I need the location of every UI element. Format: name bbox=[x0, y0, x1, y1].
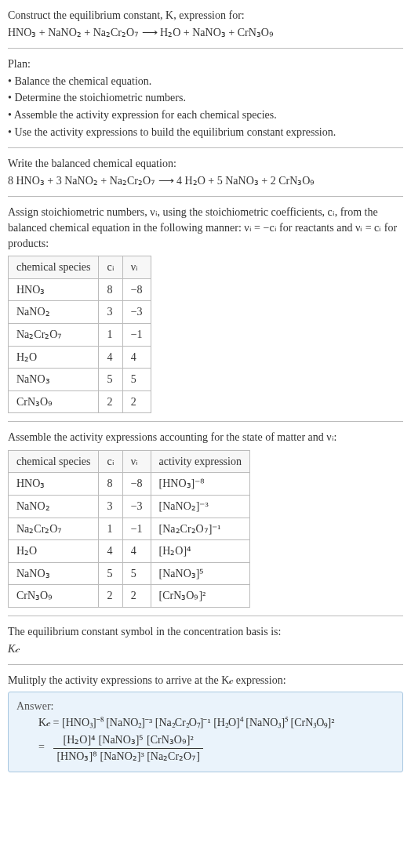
divider bbox=[8, 421, 403, 422]
answer-eq: = bbox=[38, 741, 45, 753]
answer-fraction: = [H₂O]⁴ [NaNO₃]⁵ [CrN₃O₉]² [HNO₃]⁸ [NaN… bbox=[38, 732, 395, 764]
activity-table: chemical species cᵢ νᵢ activity expressi… bbox=[8, 450, 250, 608]
table-cell: 2 bbox=[99, 585, 122, 608]
table-cell: [CrN₃O₉]² bbox=[151, 585, 249, 608]
table-cell: Na₂Cr₂O₇ bbox=[9, 518, 99, 540]
answer-label: Answer: bbox=[16, 699, 395, 714]
table-cell: −1 bbox=[122, 518, 151, 540]
table-cell: H₂O bbox=[9, 346, 99, 369]
divider bbox=[8, 48, 403, 49]
intro-equation: HNO₃ + NaNO₂ + Na₂Cr₂O₇ ⟶ H₂O + NaNO₃ + … bbox=[8, 25, 403, 41]
answer-box: Answer: K𝒸 = [HNO₃]⁻⁸ [NaNO₂]⁻³ [Na₂Cr₂O… bbox=[8, 692, 403, 772]
table-cell: NaNO₂ bbox=[9, 301, 99, 324]
table-cell: NaNO₂ bbox=[9, 496, 99, 518]
plan-item: • Balance the chemical equation. bbox=[8, 74, 403, 89]
answer-numerator: [H₂O]⁴ [NaNO₃]⁵ [CrN₃O₉]² bbox=[53, 732, 202, 749]
table-cell: 8 bbox=[99, 473, 122, 496]
intro-line: Construct the equilibrium constant, K, e… bbox=[8, 8, 403, 24]
divider bbox=[8, 616, 403, 616]
table-cell: 5 bbox=[122, 369, 151, 391]
table-cell: −8 bbox=[122, 278, 151, 301]
table-cell: 4 bbox=[122, 540, 151, 563]
table-header: activity expression bbox=[151, 450, 249, 473]
answer-expression: K𝒸 = [HNO₃]⁻⁸ [NaNO₂]⁻³ [Na₂Cr₂O₇]⁻¹ [H₂… bbox=[38, 715, 395, 731]
table-cell: 2 bbox=[122, 585, 151, 608]
table-header: chemical species bbox=[9, 450, 99, 473]
table-cell: 1 bbox=[99, 323, 122, 346]
table-cell: −1 bbox=[122, 323, 151, 346]
table-cell: Na₂Cr₂O₇ bbox=[9, 323, 99, 346]
plan-item: • Assemble the activity expression for e… bbox=[8, 107, 403, 123]
table-cell: HNO₃ bbox=[9, 473, 99, 496]
table-cell: [HNO₃]⁻⁸ bbox=[151, 473, 249, 496]
table-cell: HNO₃ bbox=[9, 278, 99, 301]
table-cell: [NaNO₃]⁵ bbox=[151, 562, 249, 585]
plan-item: • Determine the stoichiometric numbers. bbox=[8, 90, 403, 106]
table-header: νᵢ bbox=[122, 450, 151, 473]
table-cell: −3 bbox=[122, 301, 151, 324]
balanced-heading: Write the balanced chemical equation: bbox=[8, 156, 403, 172]
table-header: νᵢ bbox=[122, 256, 151, 279]
table-cell: [Na₂Cr₂O₇]⁻¹ bbox=[151, 518, 249, 540]
balanced-equation: 8 HNO₃ + 3 NaNO₂ + Na₂Cr₂O₇ ⟶ 4 H₂O + 5 … bbox=[8, 173, 403, 189]
table-header: cᵢ bbox=[99, 256, 122, 279]
table-cell: NaNO₃ bbox=[9, 369, 99, 391]
table-header: cᵢ bbox=[99, 450, 122, 473]
plan-item: • Use the activity expressions to build … bbox=[8, 125, 403, 140]
table-cell: −3 bbox=[122, 496, 151, 518]
table-cell: CrN₃O₉ bbox=[9, 390, 99, 413]
table-cell: 5 bbox=[122, 562, 151, 585]
table-cell: 5 bbox=[99, 562, 122, 585]
symbol-line1: The equilibrium constant symbol in the c… bbox=[8, 624, 403, 640]
assign-text: Assign stoichiometric numbers, νᵢ, using… bbox=[8, 205, 403, 251]
table-cell: 2 bbox=[99, 390, 122, 413]
multiply-text: Mulitply the activity expressions to arr… bbox=[8, 673, 403, 688]
assemble-text: Assemble the activity expressions accoun… bbox=[8, 430, 403, 445]
table-cell: 4 bbox=[99, 540, 122, 563]
table-cell: 1 bbox=[99, 518, 122, 540]
table-cell: 2 bbox=[122, 390, 151, 413]
table-cell: −8 bbox=[122, 473, 151, 496]
table-cell: [H₂O]⁴ bbox=[151, 540, 249, 563]
stoich-table: chemical species cᵢ νᵢ HNO₃8−8 NaNO₂3−3 … bbox=[8, 256, 151, 413]
plan-heading: Plan: bbox=[8, 56, 403, 72]
table-cell: 4 bbox=[99, 346, 122, 369]
answer-denominator: [HNO₃]⁸ [NaNO₂]³ [Na₂Cr₂O₇] bbox=[53, 749, 202, 764]
table-cell: CrN₃O₉ bbox=[9, 585, 99, 608]
table-cell: 3 bbox=[99, 496, 122, 518]
table-cell: NaNO₃ bbox=[9, 562, 99, 585]
table-header: chemical species bbox=[9, 256, 99, 279]
divider bbox=[8, 664, 403, 665]
table-cell: [NaNO₂]⁻³ bbox=[151, 496, 249, 518]
table-cell: H₂O bbox=[9, 540, 99, 563]
divider bbox=[8, 147, 403, 148]
divider bbox=[8, 196, 403, 197]
table-cell: 5 bbox=[99, 369, 122, 391]
table-cell: 4 bbox=[122, 346, 151, 369]
table-cell: 8 bbox=[99, 278, 122, 301]
table-cell: 3 bbox=[99, 301, 122, 324]
symbol-kc: K𝒸 bbox=[8, 641, 403, 657]
